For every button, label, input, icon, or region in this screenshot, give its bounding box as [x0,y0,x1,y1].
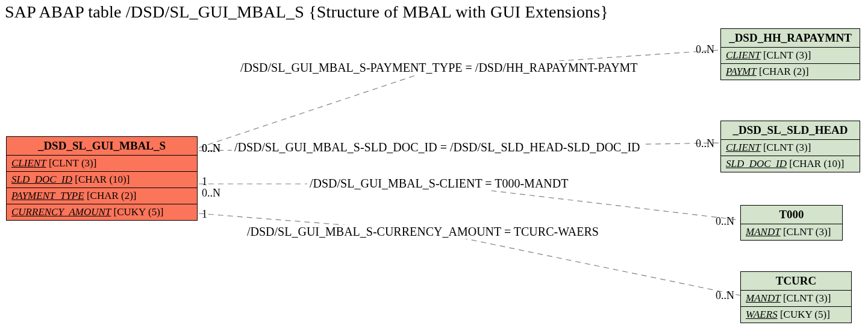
diagram-canvas: SAP ABAP table /DSD/SL_GUI_MBAL_S {Struc… [0,0,868,331]
field-type: [CHAR (2)] [87,190,137,201]
relation-label: /DSD/SL_GUI_MBAL_S-CURRENCY_AMOUNT = TCU… [245,225,601,239]
field-type: [CLNT (3)] [783,292,831,304]
field-name: WAERS [746,309,778,320]
field-row: SLD_DOC_ID [CHAR (10)] [721,156,860,172]
cardinality-right: 0..N [696,43,714,56]
page-title: SAP ABAP table /DSD/SL_GUI_MBAL_S {Struc… [5,2,608,22]
entity-main-header: _DSD_SL_GUI_MBAL_S [7,137,197,156]
field-name: CLIENT [726,142,761,153]
cardinality-right: 0..N [696,137,714,150]
cardinality-left: 0..N [202,142,220,155]
field-name: CLIENT [726,49,761,61]
field-name: SLD_DOC_ID [11,174,72,185]
field-row: CLIENT [CLNT (3)] [7,156,197,172]
field-type: [CUKY (5)] [114,206,164,218]
cardinality-left: 1 [202,175,207,188]
cardinality-right: 0..N [716,289,734,302]
svg-line-7 [434,232,740,295]
field-row: CURRENCY_AMOUNT [CUKY (5)] [7,204,197,220]
field-type: [CHAR (10)] [789,158,844,169]
entity-header: _DSD_HH_RAPAYMNT [721,29,860,48]
entity-t000: T000 MANDT [CLNT (3)] [740,205,843,241]
relation-label: /DSD/SL_GUI_MBAL_S-PAYMENT_TYPE = /DSD/H… [238,61,640,75]
entity-header: TCURC [741,272,851,291]
entity-header: T000 [741,206,842,224]
field-name: PAYMENT_TYPE [11,190,84,201]
field-row: WAERS [CUKY (5)] [741,307,851,323]
field-type: [CLNT (3)] [49,157,96,169]
field-type: [CLNT (3)] [763,142,811,153]
field-name: MANDT [746,292,781,304]
field-type: [CLNT (3)] [783,226,831,238]
field-type: [CHAR (10)] [75,174,130,185]
field-type: [CHAR (2)] [759,66,809,77]
field-name: CLIENT [11,157,46,169]
field-type: [CLNT (3)] [763,49,811,61]
field-row: CLIENT [CLNT (3)] [721,140,860,156]
entity-sld-head: _DSD_SL_SLD_HEAD CLIENT [CLNT (3)] SLD_D… [720,121,860,172]
field-row: PAYMT [CHAR (2)] [721,64,860,80]
field-row: CLIENT [CLNT (3)] [721,48,860,64]
cardinality-left: 1 [202,208,207,221]
entity-tcurc: TCURC MANDT [CLNT (3)] WAERS [CUKY (5)] [740,271,852,323]
field-row: MANDT [CLNT (3)] [741,291,851,307]
cardinality-right: 0..N [716,215,734,228]
svg-line-0 [199,69,434,148]
relation-label: /DSD/SL_GUI_MBAL_S-SLD_DOC_ID = /DSD/SL_… [232,140,643,154]
field-row: SLD_DOC_ID [CHAR (10)] [7,172,197,188]
entity-rapaymnt: _DSD_HH_RAPAYMNT CLIENT [CLNT (3)] PAYMT… [720,28,860,80]
entity-main: _DSD_SL_GUI_MBAL_S CLIENT [CLNT (3)] SLD… [6,136,198,221]
field-name: PAYMT [726,66,757,77]
field-type: [CUKY (5)] [780,309,830,320]
relation-label: /DSD/SL_GUI_MBAL_S-CLIENT = T000-MANDT [307,177,570,191]
field-name: CURRENCY_AMOUNT [11,206,111,218]
field-row: PAYMENT_TYPE [CHAR (2)] [7,188,197,204]
field-name: SLD_DOC_ID [726,158,787,169]
field-name: MANDT [746,226,781,238]
field-row: MANDT [CLNT (3)] [741,224,842,240]
cardinality-left: 0..N [202,187,220,200]
entity-header: _DSD_SL_SLD_HEAD [721,121,860,140]
